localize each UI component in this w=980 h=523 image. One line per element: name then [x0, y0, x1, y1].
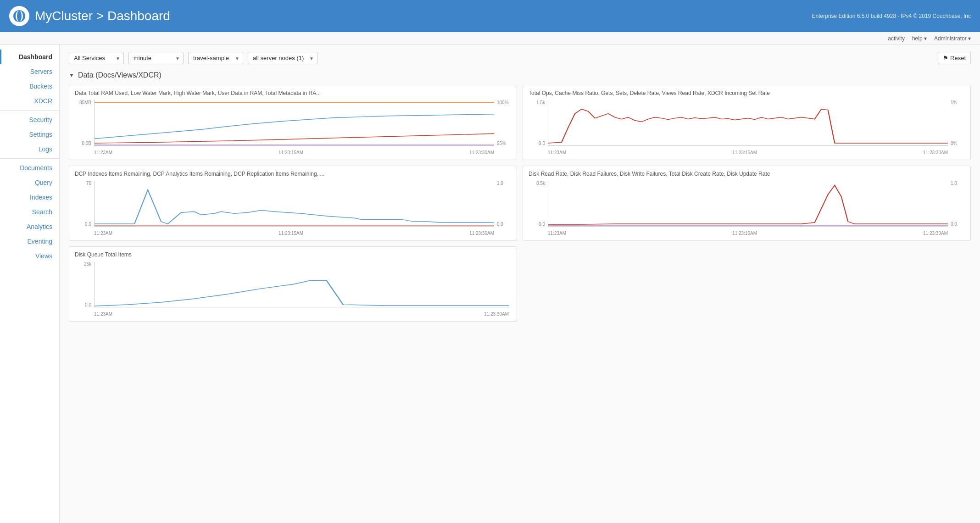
chart-svg-5 — [94, 262, 509, 307]
chart-title-4: Disk Read Rate, Disk Read Failures, Disk… — [529, 171, 965, 177]
chart-y-left-3: 70 0.0 — [75, 181, 93, 227]
chart-y-left-4: 8.5k 0.0 — [529, 181, 547, 227]
chart-y-left-1: 85MB 0.0B — [75, 100, 93, 146]
chart-svg-1 — [94, 100, 494, 146]
toolbar: All Services minute travel-sample all se… — [69, 52, 971, 64]
chart-title-2: Total Ops, Cache Miss Ratio, Gets, Sets,… — [529, 90, 965, 96]
chart-x-labels-3: 11:23AM 11:23:15AM 11:23:30AM — [94, 231, 494, 236]
services-select[interactable]: All Services — [69, 52, 124, 64]
chart-y-left-2: 1.5k 0.0 — [529, 100, 547, 146]
chart-x-labels-2: 11:23AM 11:23:15AM 11:23:30AM — [548, 150, 948, 155]
charts-grid-bottom: Disk Queue Total Items 25k 0.0 11:23AM — [69, 246, 971, 322]
sidebar-item-query[interactable]: Query — [0, 175, 59, 190]
chart-card-3: DCP Indexes Items Remaining, DCP Analyti… — [69, 166, 517, 241]
chart-y-left-5: 25k 0.0 — [75, 262, 93, 307]
chart-y-right-4: 1.0 0.0 — [949, 181, 965, 227]
top-bar: MyCluster > Dashboard Enterprise Edition… — [0, 0, 980, 32]
nav-admin[interactable]: Administrator ▾ — [934, 35, 971, 42]
chart-svg-3 — [94, 181, 494, 227]
time-select[interactable]: minute — [128, 52, 184, 64]
sidebar-item-views[interactable]: Views — [0, 249, 59, 263]
sidebar-item-security[interactable]: Security — [0, 112, 59, 127]
nodes-select-wrapper: all server nodes (1) — [248, 52, 317, 64]
chart-x-labels-5: 11:23AM 11:23:30AM — [94, 312, 509, 317]
chart-area-3: 70 0.0 1.0 0.0 — [75, 181, 511, 236]
chart-x-labels-1: 11:23AM 11:23:15AM 11:23:30AM — [94, 150, 494, 155]
chart-y-right-2: 1% 0% — [949, 100, 965, 146]
edition-info: Enterprise Edition 6.5.0 build 4928 · IP… — [812, 13, 971, 19]
bucket-select-wrapper: travel-sample — [188, 52, 243, 64]
layout: Dashboard Servers Buckets XDCR Security … — [0, 45, 980, 523]
chart-card-2: Total Ops, Cache Miss Ratio, Gets, Sets,… — [523, 85, 971, 160]
nav-secondary: activity help ▾ Administrator ▾ — [0, 32, 980, 45]
main-content: All Services minute travel-sample all se… — [60, 45, 980, 523]
sidebar-item-servers[interactable]: Servers — [0, 64, 59, 79]
chart-svg-4 — [548, 181, 948, 227]
section-title: Data (Docs/Views/XDCR) — [78, 71, 161, 79]
services-select-wrapper: All Services — [69, 52, 124, 64]
sidebar-item-xdcr[interactable]: XDCR — [0, 94, 59, 108]
chart-card-4: Disk Read Rate, Disk Read Failures, Disk… — [523, 166, 971, 241]
chart-y-right-1: 100% 95% — [495, 100, 511, 146]
sidebar-item-buckets[interactable]: Buckets — [0, 79, 59, 94]
chart-area-5: 25k 0.0 11:23AM 11:23:30AM — [75, 262, 511, 317]
sidebar-item-settings[interactable]: Settings — [0, 127, 59, 142]
chart-card-5: Disk Queue Total Items 25k 0.0 11:23AM — [69, 246, 517, 322]
section-toggle[interactable]: ▼ — [69, 72, 74, 78]
chart-area-4: 8.5k 0.0 1.0 0.0 — [529, 181, 965, 236]
charts-grid-mid: DCP Indexes Items Remaining, DCP Analyti… — [69, 166, 971, 241]
chart-title-5: Disk Queue Total Items — [75, 251, 511, 258]
nav-activity[interactable]: activity — [888, 35, 905, 42]
reset-button[interactable]: ⚑ Reset — [938, 52, 971, 64]
sidebar: Dashboard Servers Buckets XDCR Security … — [0, 45, 60, 523]
charts-grid-top: Data Total RAM Used, Low Water Mark, Hig… — [69, 85, 971, 160]
chart-card-1: Data Total RAM Used, Low Water Mark, Hig… — [69, 85, 517, 160]
chart-title-1: Data Total RAM Used, Low Water Mark, Hig… — [75, 90, 511, 96]
section-header: ▼ Data (Docs/Views/XDCR) — [69, 71, 971, 79]
time-select-wrapper: minute — [128, 52, 184, 64]
chart-title-3: DCP Indexes Items Remaining, DCP Analyti… — [75, 171, 511, 177]
nodes-select[interactable]: all server nodes (1) — [248, 52, 317, 64]
page-title: MyCluster > Dashboard — [35, 9, 170, 23]
sidebar-item-documents[interactable]: Documents — [0, 161, 59, 175]
sidebar-item-analytics[interactable]: Analytics — [0, 219, 59, 234]
sidebar-item-eventing[interactable]: Eventing — [0, 234, 59, 249]
chart-svg-2 — [548, 100, 948, 146]
chart-area-2: 1.5k 0.0 1% 0% 11:23AM — [529, 100, 965, 155]
chart-area-1: 85MB 0.0B 100% 95% — [75, 100, 511, 155]
sidebar-item-indexes[interactable]: Indexes — [0, 190, 59, 205]
sidebar-item-search[interactable]: Search — [0, 205, 59, 219]
svg-point-2 — [17, 11, 22, 22]
logo — [9, 6, 29, 26]
nav-help[interactable]: help ▾ — [912, 35, 927, 42]
sidebar-item-logs[interactable]: Logs — [0, 142, 59, 156]
bucket-select[interactable]: travel-sample — [188, 52, 243, 64]
chart-placeholder — [523, 246, 971, 322]
top-bar-left: MyCluster > Dashboard — [9, 6, 170, 26]
chart-x-labels-4: 11:23AM 11:23:15AM 11:23:30AM — [548, 231, 948, 236]
chart-y-right-3: 1.0 0.0 — [495, 181, 511, 227]
sidebar-item-dashboard[interactable]: Dashboard — [0, 50, 59, 64]
